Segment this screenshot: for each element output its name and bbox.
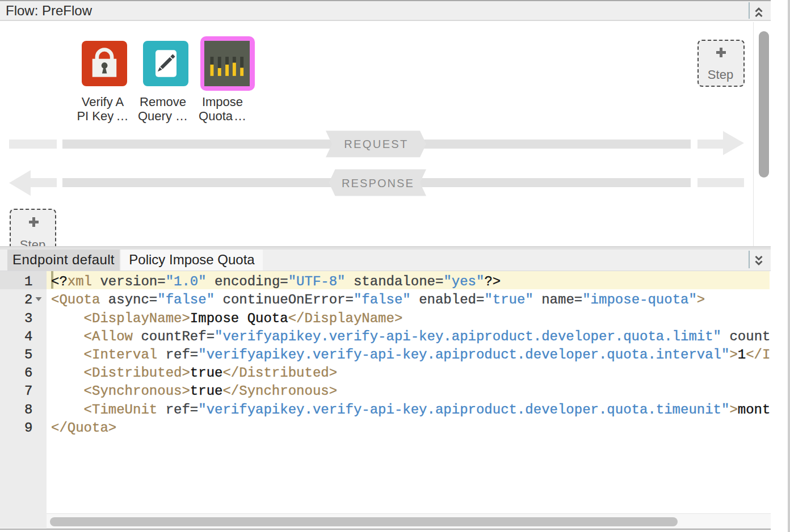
svg-text:REQUEST: REQUEST <box>344 138 408 150</box>
svg-text:RESPONSE: RESPONSE <box>342 177 414 189</box>
